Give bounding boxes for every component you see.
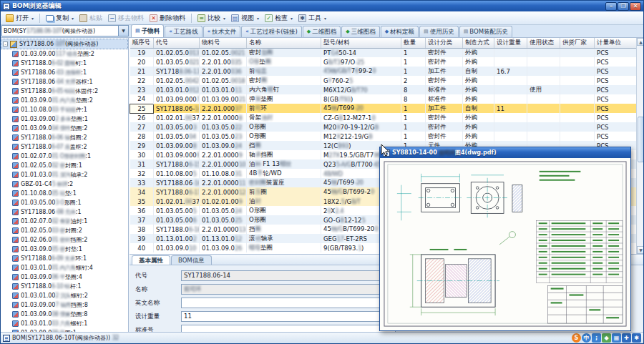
detail-tab-basic-properties[interactable]: 基本属性 (132, 255, 170, 265)
cell-unit[interactable]: PCS (595, 122, 637, 132)
sogou-icon[interactable]: S (572, 333, 581, 343)
cell-vendor[interactable] (560, 113, 595, 122)
cell-seq[interactable]: 40 (130, 243, 154, 252)
cell-code[interactable]: 01.03.05.0021 (154, 57, 200, 67)
cell-cls[interactable]: 密封件 (426, 113, 463, 122)
cell-make[interactable]: 外购 (463, 132, 494, 141)
cell-mat[interactable]: 2.2.01.000010 (200, 159, 247, 169)
tree-item[interactable]: SY17188.06-05 蜗轮体固件:2 (1, 87, 128, 96)
cell-seq[interactable]: 20 (130, 57, 154, 67)
cell-seq[interactable]: 29 (130, 141, 154, 150)
tab-process-card[interactable]: «工艺过程卡(链接) (241, 26, 302, 37)
cell-mat[interactable]: 01.02.05.0021 (200, 48, 247, 57)
cell-make[interactable]: 外购 (463, 122, 494, 132)
cell-cls[interactable]: 加工件 (426, 67, 463, 76)
close-button[interactable]: ✕ (630, 2, 641, 11)
input-mode-icon[interactable]: 中 (582, 333, 591, 343)
cell-mat[interactable]: 2.2.01.000011 (200, 178, 247, 187)
cell-seq[interactable]: 32 (130, 169, 154, 178)
cell-vendor[interactable] (560, 104, 595, 113)
cell-code[interactable]: SY17188.06-18 (154, 225, 200, 234)
cell-code[interactable]: 01.03.05.006 (154, 215, 200, 225)
cell-code[interactable]: 01.03.09.0009 (154, 150, 200, 159)
cell-cls[interactable]: 加工件 (426, 104, 463, 113)
cell-mat[interactable]: 01.03.01.011 (200, 85, 247, 94)
cell-mat[interactable]: 01.03.05.025 (200, 215, 247, 225)
cell-make[interactable]: 外购 (463, 76, 494, 85)
cell-name[interactable]: O形圈 (247, 132, 321, 141)
cell-seq[interactable]: 24 (130, 94, 154, 104)
cell-cls[interactable]: 密封件 (426, 76, 463, 85)
cell-make[interactable]: 自制 (463, 104, 494, 113)
cell-name[interactable]: O形垫圈 (247, 57, 321, 67)
shape-mode-icon[interactable]: ◆ (602, 333, 611, 343)
tab-2d-drawings[interactable]: ◆二维图档 (303, 26, 341, 37)
cell-qty[interactable]: 1 (401, 104, 426, 113)
cell-code[interactable]: 01.03.09.0007 (154, 94, 200, 104)
cell-name[interactable]: O形圈 (247, 215, 321, 225)
cell-qty[interactable]: 8 (401, 85, 426, 94)
cell-status[interactable] (527, 132, 560, 141)
cell-mat[interactable]: 01.10.08.031 (200, 169, 247, 178)
tree-item[interactable]: 01.02.05.003 密封圈:2 (1, 226, 128, 235)
cell-status[interactable] (527, 113, 560, 122)
cell-qty[interactable]: 1 (401, 48, 426, 57)
cell-code[interactable]: 01.02.05.0042 (154, 76, 200, 85)
column-header-model-material[interactable]: 型号/材料 (321, 38, 401, 48)
cell-make[interactable]: 外购 (463, 85, 494, 94)
cell-name[interactable]: 密封圈装置座 (247, 178, 321, 187)
cell-code[interactable]: 01.10.08.005 (154, 169, 200, 178)
punctuation-icon[interactable]: ; (592, 333, 601, 343)
cell-mat[interactable]: 01.02.05.0018 (200, 76, 247, 85)
column-header-material-no[interactable]: 物料号 (200, 38, 247, 48)
dropdown-caret-icon[interactable]: ▾ (291, 16, 293, 21)
cell-wt[interactable] (494, 132, 527, 141)
soft-keyboard-icon[interactable]: ▦ (612, 333, 621, 343)
tree-root-item[interactable]: -SY17188.06-10T(阀操作动器) (1, 39, 128, 49)
cell-seq[interactable]: 27 (130, 122, 154, 132)
cell-unit[interactable]: PCS (595, 104, 637, 113)
cell-unit[interactable]: PCS (595, 76, 637, 85)
cell-mat[interactable]: 2.2.01.00008 (200, 113, 247, 122)
table-row[interactable]: 2801.03.05.00401.03.05.023O形圈M12X212-19/… (130, 132, 637, 141)
cell-name[interactable]: 油封 (247, 197, 321, 206)
detail-tab-bom-info[interactable]: BOM信息 (171, 255, 212, 265)
cell-model[interactable]: 8(GB/T93) (321, 94, 401, 104)
tab-material-quota[interactable]: ◆材料定额 (381, 26, 419, 37)
toolbar-tools-button[interactable]: 工具▾ (296, 12, 329, 24)
cell-model[interactable]: GB/T397/O-25 (321, 57, 401, 67)
tree-item[interactable]: 01.03.09.002 多体垫圈:1 (1, 114, 128, 124)
cell-seq[interactable]: 23 (130, 85, 154, 94)
cell-mat[interactable]: 01.13.01.012 (200, 234, 247, 243)
column-header-name[interactable]: 名称 (247, 38, 321, 48)
cell-mat[interactable]: 01.03.05.024 (200, 206, 247, 215)
cell-vendor[interactable] (560, 85, 595, 94)
cell-seq[interactable]: 33 (130, 178, 154, 187)
cell-code[interactable]: 01.02.01.00371 (154, 197, 200, 206)
cell-qty[interactable]: 1 (401, 113, 426, 122)
tree-item[interactable]: 01.03.09.006 平垫圈:4 (1, 272, 128, 282)
cell-name[interactable]: 前压圈 (247, 187, 321, 197)
cell-code[interactable]: SY17188.06-13 (154, 67, 200, 76)
cell-name[interactable]: O形圈 (247, 122, 321, 132)
tree-item[interactable]: SY17188.06-07 底盖框:2 (1, 142, 128, 152)
table-scrollbar[interactable]: ▲ ▼ (636, 38, 644, 254)
design-weight-field[interactable]: 11 (181, 311, 396, 322)
cell-seq[interactable]: 36 (130, 206, 154, 215)
cell-mat[interactable]: 01.03.05.023 (200, 132, 247, 141)
cell-mat[interactable]: 01.03.09.0021 (200, 94, 247, 104)
tree-item[interactable]: SY17188.06-08 壳体:1 (1, 207, 128, 217)
cell-cls[interactable]: 标准件 (426, 85, 463, 94)
cell-seq[interactable]: 35 (130, 197, 154, 206)
cell-name[interactable]: 内六角螺钉 (247, 85, 321, 94)
table-row[interactable]: 2001.03.05.00212.2.01.00035O形垫圈GB/T397/O… (130, 57, 637, 67)
cell-cls[interactable]: 标准件 (426, 94, 463, 104)
toolbar-delete-material-button[interactable]: 删除物料 (147, 12, 188, 24)
tab-sub-materials[interactable]: ▤子物料 (131, 24, 164, 37)
cell-status[interactable] (527, 67, 560, 76)
settings-icon[interactable]: ✱ (632, 333, 641, 343)
table-row[interactable]: 2201.02.05.004201.02.05.0018密封圈GY760-252… (130, 76, 637, 85)
name-field[interactable]: 前司环 (181, 284, 396, 295)
cell-seq[interactable]: 28 (130, 132, 154, 141)
tree-item[interactable]: SY17188.06-02 圆螺钉:1 (1, 59, 128, 68)
